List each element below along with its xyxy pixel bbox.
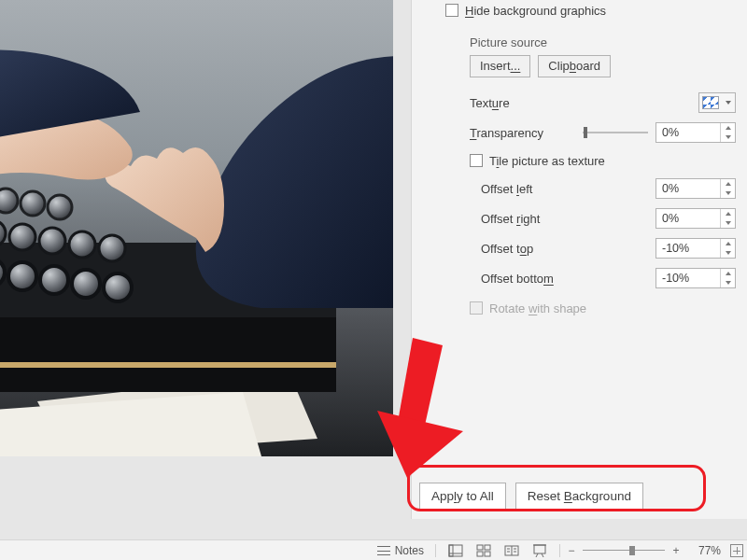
spinner-down[interactable]	[721, 248, 735, 258]
reading-view-icon	[504, 544, 519, 557]
normal-view-button[interactable]	[442, 540, 470, 561]
slide-preview	[0, 0, 393, 456]
offset-left-spinner[interactable]: 0%	[655, 178, 736, 199]
offset-top-spinner[interactable]: -10%	[655, 238, 736, 259]
offset-bottom-label: Offset bottom	[470, 272, 655, 286]
offset-bottom-value: -10%	[656, 269, 720, 287]
svg-point-18	[104, 273, 132, 301]
apply-to-all-button[interactable]: Apply to All	[419, 483, 506, 510]
svg-point-12	[69, 231, 95, 258]
checkbox-box	[470, 301, 483, 315]
spinner-up[interactable]	[721, 209, 735, 218]
texture-dropdown[interactable]	[698, 92, 736, 113]
texture-swatch-icon	[702, 96, 719, 109]
slider-track	[583, 550, 665, 551]
svg-line-36	[536, 553, 538, 557]
svg-point-15	[8, 262, 36, 290]
spinner-down[interactable]	[721, 278, 735, 287]
svg-point-6	[0, 189, 18, 213]
svg-point-10	[9, 224, 35, 250]
insert-picture-button[interactable]: Insert...	[470, 55, 530, 77]
spinner-up[interactable]	[721, 179, 735, 189]
offset-top-value: -10%	[656, 239, 720, 258]
svg-point-13	[99, 235, 125, 261]
spinner-down[interactable]	[721, 133, 735, 142]
transparency-value: 0%	[656, 123, 720, 142]
svg-rect-25	[485, 545, 490, 550]
hide-bg-label: Hide background graphics	[465, 4, 606, 18]
chevron-down-icon	[726, 101, 731, 105]
tile-picture-checkbox[interactable]: Tile picture as texture	[470, 150, 736, 171]
svg-rect-22	[449, 545, 453, 556]
spinner-down[interactable]	[721, 218, 735, 228]
slide-sorter-view-button[interactable]	[470, 540, 498, 561]
checkbox-box	[445, 4, 458, 17]
fit-to-window-icon	[730, 544, 743, 557]
picture-source-heading: Picture source	[470, 35, 736, 49]
slide-sorter-icon	[476, 544, 491, 557]
slider-thumb	[629, 546, 635, 555]
transparency-spinner[interactable]: 0%	[655, 122, 736, 143]
slider-track	[583, 132, 648, 133]
offset-left-label: Offset left	[470, 182, 655, 196]
spinner-up[interactable]	[721, 123, 735, 133]
offset-left-value: 0%	[656, 179, 720, 198]
svg-rect-4	[0, 317, 336, 392]
reading-view-button[interactable]	[498, 540, 526, 561]
offset-bottom-spinner[interactable]: -10%	[655, 268, 736, 288]
normal-view-icon	[448, 544, 463, 557]
format-background-pane: Hide background graphics Picture source …	[411, 0, 747, 519]
svg-point-7	[21, 191, 45, 216]
hide-background-graphics-checkbox[interactable]: Hide background graphics	[445, 0, 736, 21]
rotate-with-shape-checkbox: Rotate with shape	[470, 298, 736, 318]
svg-rect-21	[449, 545, 462, 556]
clipboard-button[interactable]: Clipboard	[538, 55, 611, 77]
spinner-down[interactable]	[721, 189, 735, 198]
checkbox-box	[470, 154, 483, 167]
zoom-slider[interactable]	[583, 544, 665, 557]
offset-right-spinner[interactable]: 0%	[655, 208, 736, 229]
fit-to-window-button[interactable]	[726, 540, 747, 561]
svg-point-16	[40, 266, 68, 294]
svg-point-8	[48, 195, 72, 219]
zoom-in-button[interactable]: +	[670, 544, 682, 557]
separator	[559, 544, 560, 557]
notes-toggle-button[interactable]: Notes	[377, 544, 424, 557]
slideshow-icon	[532, 544, 547, 557]
slideshow-view-button[interactable]	[526, 540, 554, 561]
svg-rect-27	[485, 552, 490, 556]
texture-label: Texture	[470, 96, 698, 110]
svg-rect-26	[477, 552, 483, 556]
transparency-label: Transparency	[470, 126, 583, 140]
reset-background-button[interactable]: Reset Background	[515, 483, 643, 510]
offset-top-label: Offset top	[470, 242, 655, 256]
rotate-label: Rotate with shape	[489, 301, 586, 315]
svg-rect-34	[534, 545, 545, 553]
svg-point-17	[72, 270, 100, 298]
notes-icon	[377, 546, 390, 555]
status-bar: Notes	[0, 539, 747, 560]
tile-label: Tile picture as texture	[489, 154, 605, 168]
offset-right-value: 0%	[656, 209, 720, 228]
svg-line-37	[542, 553, 543, 557]
zoom-percent: 77%	[687, 544, 721, 557]
zoom-out-button[interactable]: −	[566, 544, 577, 557]
svg-point-11	[39, 228, 65, 254]
spinner-up[interactable]	[721, 269, 735, 278]
slide-image	[0, 0, 393, 456]
app-window: Hide background graphics Picture source …	[0, 0, 747, 560]
spinner-up[interactable]	[721, 239, 735, 248]
separator	[435, 544, 436, 557]
svg-rect-24	[477, 545, 483, 550]
slider-thumb	[584, 127, 587, 138]
transparency-slider[interactable]	[583, 126, 648, 139]
notes-label: Notes	[395, 544, 424, 557]
offset-right-label: Offset right	[470, 212, 655, 226]
svg-rect-5	[0, 362, 336, 368]
